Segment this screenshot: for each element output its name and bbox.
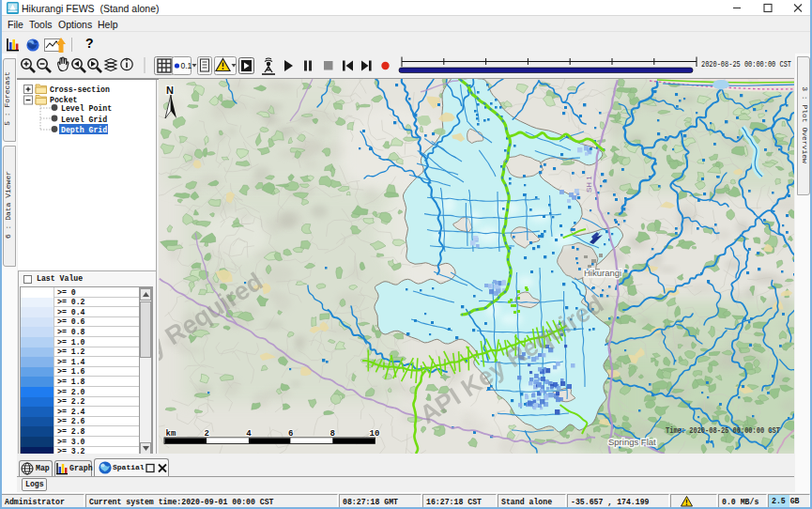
svg-text:Depth Grid: Depth Grid	[61, 126, 107, 134]
svg-text:8: 8	[330, 429, 335, 439]
svg-text:6: 6	[288, 429, 293, 439]
svg-text:N: N	[166, 85, 174, 96]
svg-text:SH 1: SH 1	[585, 176, 593, 193]
svg-text:Level Grid: Level Grid	[61, 116, 107, 124]
svg-text:km: km	[166, 429, 176, 439]
svg-text:Cross-section: Cross-section	[50, 85, 110, 94]
svg-text:0.1: 0.1	[181, 61, 192, 70]
svg-text:Hikurangi: Hikurangi	[584, 268, 621, 278]
svg-text:Springs Flat: Springs Flat	[608, 437, 656, 447]
svg-text:Level Point: Level Point	[61, 104, 112, 113]
svg-text:2020-08-25 00:00:00 CST: 2020-08-25 00:00:00 CST	[701, 60, 791, 69]
svg-text:Pocket: Pocket	[50, 96, 78, 104]
svg-text:10: 10	[370, 429, 380, 439]
svg-text:Time: 2020-08-25 00:00:00 CST: Time: 2020-08-25 00:00:00 CST	[666, 426, 780, 436]
svg-text:2: 2	[204, 429, 208, 439]
svg-text:4: 4	[246, 429, 252, 439]
